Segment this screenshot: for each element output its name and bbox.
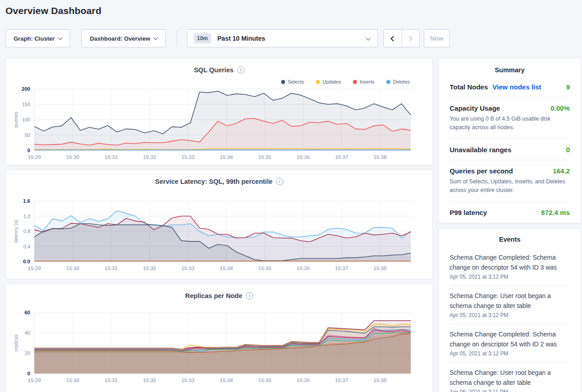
- chart-title: Replicas per Node: [185, 292, 243, 299]
- info-icon[interactable]: i: [237, 66, 244, 74]
- svg-text:15:32: 15:32: [143, 378, 156, 383]
- legend-label: Deletes: [393, 79, 410, 84]
- svg-text:15:37: 15:37: [335, 378, 348, 383]
- event-text[interactable]: Schema Change Completed: Schema change o…: [450, 329, 570, 349]
- svg-text:20: 20: [25, 350, 30, 356]
- summary-row-value: 164.2: [553, 167, 570, 175]
- svg-text:latency (s): latency (s): [13, 220, 19, 243]
- time-range-label: Past 10 Minutes: [217, 35, 265, 42]
- legend-dot: [353, 80, 357, 84]
- svg-text:0: 0: [28, 371, 30, 376]
- svg-text:15:32: 15:32: [143, 266, 156, 271]
- view-nodes-list-link[interactable]: View nodes list: [493, 83, 541, 91]
- svg-text:15:38: 15:38: [374, 154, 387, 160]
- summary-row-value: 0.00%: [550, 104, 570, 112]
- svg-text:15:32: 15:32: [143, 154, 156, 160]
- legend-item-updates[interactable]: Updates: [316, 79, 341, 84]
- svg-text:15:30: 15:30: [66, 266, 80, 271]
- svg-text:15:29: 15:29: [28, 266, 41, 271]
- summary-row-label: Capacity Usage: [450, 104, 500, 112]
- event-item: Schema Change: User root began a schema …: [450, 363, 570, 392]
- svg-text:15:36: 15:36: [297, 266, 310, 271]
- svg-text:0.0: 0.0: [23, 259, 30, 264]
- summary-row-total-nodes: Total Nodes View nodes list 9: [450, 76, 570, 98]
- svg-text:15:29: 15:29: [28, 378, 41, 383]
- svg-text:0.8: 0.8: [23, 229, 30, 234]
- event-text[interactable]: Schema Change: User root began a schema …: [450, 291, 570, 311]
- chevron-down-icon: [58, 35, 63, 40]
- chart-legend: SelectsUpdatesInsertsDeletes: [281, 79, 410, 84]
- legend-label: Selects: [288, 79, 304, 84]
- legend-label: Updates: [323, 79, 341, 84]
- svg-text:0: 0: [28, 148, 30, 153]
- legend-item-inserts[interactable]: Inserts: [353, 79, 375, 84]
- info-icon[interactable]: i: [246, 292, 253, 299]
- svg-text:15:35: 15:35: [258, 378, 272, 383]
- toolbar: Graph: Cluster Dashboard: Overview 10m P…: [0, 29, 582, 47]
- svg-text:15:34: 15:34: [220, 266, 233, 271]
- graph-dropdown-label: Graph: Cluster: [14, 35, 55, 42]
- chevron-left-icon: [390, 36, 396, 42]
- svg-text:15:31: 15:31: [105, 154, 118, 160]
- summary-row-queries-per-second: Queries per second 164.2 Sum of Selects,…: [450, 160, 570, 202]
- summary-row-value: 0: [566, 146, 570, 154]
- event-text[interactable]: Schema Change Completed: Schema change o…: [450, 252, 570, 272]
- svg-text:15:36: 15:36: [297, 378, 310, 383]
- replicas-per-node-chart-panel: Replicas per Node i 15:2915:3015:3115:32…: [5, 284, 433, 392]
- svg-text:queries: queries: [13, 111, 19, 128]
- chart-title: Service Latency: SQL, 99th percentile: [155, 178, 272, 185]
- svg-text:15:34: 15:34: [220, 154, 233, 160]
- info-icon[interactable]: i: [276, 178, 283, 185]
- event-item: Schema Change Completed: Schema change o…: [450, 324, 570, 363]
- svg-text:200: 200: [22, 86, 30, 92]
- event-item: Schema Change: User root began a schema …: [450, 286, 570, 324]
- graph-dropdown[interactable]: Graph: Cluster: [5, 29, 70, 47]
- chevron-down-icon: [154, 35, 158, 40]
- svg-text:15:35: 15:35: [258, 266, 272, 271]
- svg-text:15:33: 15:33: [182, 378, 195, 383]
- summary-row-label: Total Nodes: [450, 83, 488, 91]
- events-panel: Events Schema Change Completed: Schema c…: [438, 228, 581, 392]
- chevron-down-icon: [366, 35, 371, 40]
- legend-item-selects[interactable]: Selects: [281, 79, 304, 84]
- svg-text:15:38: 15:38: [374, 266, 387, 271]
- legend-item-deletes[interactable]: Deletes: [386, 79, 410, 84]
- summary-row-label: Queries per second: [450, 167, 513, 175]
- prev-time-button[interactable]: [384, 30, 402, 47]
- time-range-picker[interactable]: 10m Past 10 Minutes: [187, 29, 378, 47]
- svg-text:100: 100: [22, 117, 30, 122]
- event-timestamp: Apr 05, 2021 at 3:12 PM: [450, 274, 570, 280]
- svg-text:60: 60: [24, 310, 30, 315]
- dashboard-dropdown[interactable]: Dashboard: Overview: [81, 29, 166, 47]
- legend-dot: [316, 80, 320, 84]
- svg-text:150: 150: [22, 102, 30, 107]
- sql-queries-chart[interactable]: 15:2915:3015:3115:3215:3315:3415:3515:36…: [10, 85, 426, 164]
- svg-text:50: 50: [25, 132, 30, 138]
- svg-text:0.4: 0.4: [23, 244, 30, 249]
- svg-text:15:33: 15:33: [182, 266, 195, 271]
- summary-row-note: Sum of Selects, Updates, Inserts, and De…: [450, 177, 570, 195]
- svg-text:15:31: 15:31: [105, 378, 118, 383]
- summary-row-p99-latency: P99 latency 872.4 ms: [450, 202, 570, 223]
- time-step-buttons: [383, 29, 420, 47]
- event-timestamp: Apr 05, 2021 at 3:12 PM: [450, 350, 570, 357]
- summary-row-value: 872.4 ms: [541, 209, 570, 216]
- event-timestamp: Apr 05, 2021 at 3:11 PM: [450, 389, 570, 392]
- svg-text:15:37: 15:37: [335, 154, 348, 160]
- event-text[interactable]: Schema Change: User root began a schema …: [450, 368, 570, 387]
- dashboard-dropdown-label: Dashboard: Overview: [90, 35, 150, 42]
- svg-text:15:33: 15:33: [182, 154, 195, 160]
- replicas-per-node-chart[interactable]: 15:2915:3015:3115:3215:3315:3415:3515:36…: [10, 309, 426, 389]
- chart-title: SQL Queries: [194, 66, 234, 74]
- event-timestamp: Apr 05, 2021 at 3:12 PM: [450, 312, 570, 318]
- service-latency-chart[interactable]: 15:2915:3015:3115:3215:3315:3415:3515:36…: [10, 197, 426, 277]
- next-time-button[interactable]: [402, 30, 420, 47]
- summary-row-note: You are using 0 B of 4.5 GiB usable disk…: [450, 115, 570, 132]
- svg-text:15:35: 15:35: [258, 154, 272, 160]
- chevron-right-icon: [407, 36, 413, 42]
- svg-text:15:36: 15:36: [297, 154, 310, 160]
- now-button[interactable]: Now: [424, 29, 450, 47]
- legend-label: Inserts: [360, 79, 375, 84]
- summary-row-label: Unavailable ranges: [450, 146, 512, 154]
- svg-text:15:34: 15:34: [220, 378, 233, 383]
